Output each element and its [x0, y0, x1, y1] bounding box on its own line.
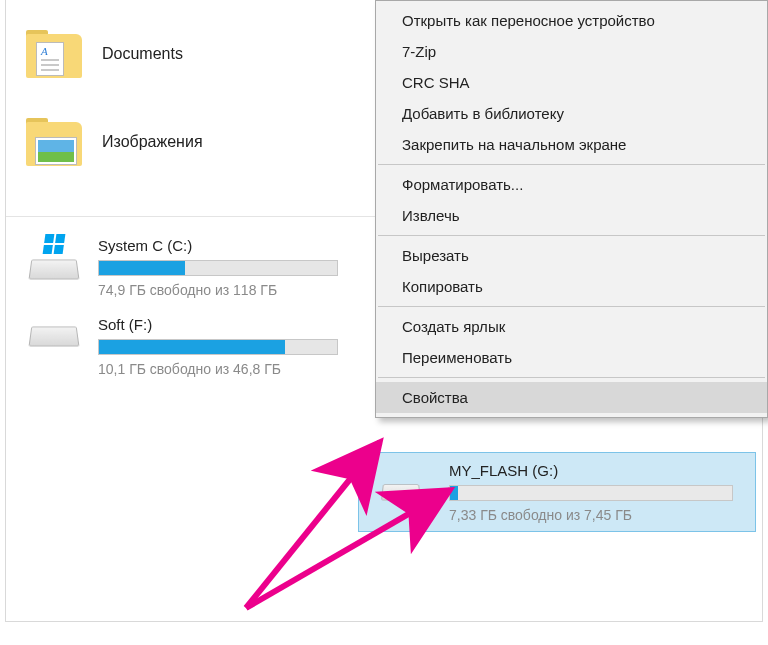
- drive-usage-bar: [98, 339, 338, 355]
- library-label: Documents: [102, 45, 183, 63]
- drive-usage-bar: [98, 260, 338, 276]
- context-menu-separator: [378, 235, 765, 236]
- context-menu-item[interactable]: Переименовать: [376, 342, 767, 373]
- drive-name: MY_FLASH (G:): [449, 462, 741, 479]
- context-menu-item[interactable]: Вырезать: [376, 240, 767, 271]
- drive-item-my-flash-selected[interactable]: MY_FLASH (G:) 7,33 ГБ свободно из 7,45 Г…: [358, 452, 756, 532]
- context-menu-item[interactable]: Копировать: [376, 271, 767, 302]
- context-menu-item[interactable]: Форматировать...: [376, 169, 767, 200]
- context-menu-separator: [378, 306, 765, 307]
- context-menu-item[interactable]: 7-Zip: [376, 36, 767, 67]
- drive-usage-fill: [99, 340, 285, 354]
- drive-usage-fill: [450, 486, 458, 500]
- context-menu-item[interactable]: Извлечь: [376, 200, 767, 231]
- drive-usage-fill: [99, 261, 185, 275]
- hdd-icon: [373, 472, 429, 512]
- windows-drive-icon: [26, 237, 82, 277]
- folder-documents-icon: A: [26, 30, 82, 78]
- library-label: Изображения: [102, 133, 203, 151]
- drive-usage-bar: [449, 485, 733, 501]
- context-menu-item[interactable]: CRC SHA: [376, 67, 767, 98]
- context-menu-item[interactable]: Свойства: [376, 382, 767, 413]
- context-menu-item[interactable]: Создать ярлык: [376, 311, 767, 342]
- drive-context-menu[interactable]: Открыть как переносное устройство7-ZipCR…: [375, 0, 768, 418]
- context-menu-item[interactable]: Открыть как переносное устройство: [376, 5, 767, 36]
- context-menu-separator: [378, 164, 765, 165]
- context-menu-item[interactable]: Добавить в библиотеку: [376, 98, 767, 129]
- drive-free-text: 7,33 ГБ свободно из 7,45 ГБ: [449, 507, 741, 523]
- context-menu-separator: [378, 377, 765, 378]
- context-menu-item[interactable]: Закрепить на начальном экране: [376, 129, 767, 160]
- hdd-icon: [26, 316, 82, 356]
- folder-pictures-icon: [26, 118, 82, 166]
